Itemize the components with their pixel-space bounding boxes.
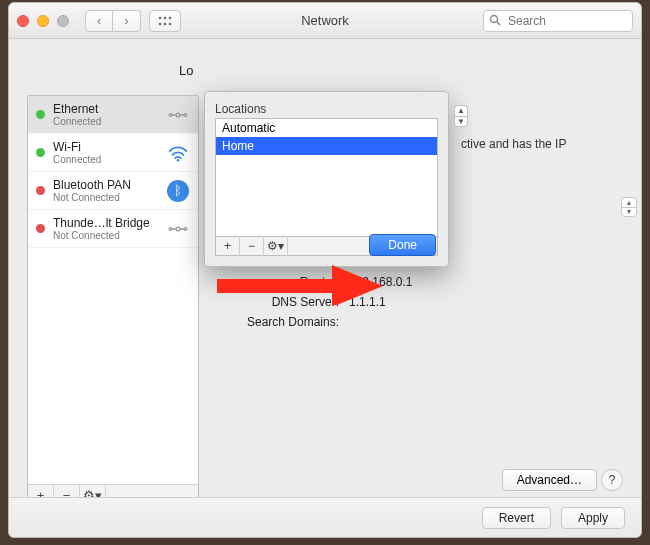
location-stepper-down-icon[interactable]: ▼ bbox=[454, 116, 468, 128]
bottom-bar: Revert Apply bbox=[9, 497, 641, 537]
svg-point-4 bbox=[164, 22, 167, 25]
svg-point-13 bbox=[169, 227, 172, 230]
help-button[interactable]: ? bbox=[601, 469, 623, 491]
svg-point-11 bbox=[177, 159, 180, 162]
svg-point-12 bbox=[176, 227, 180, 231]
sidebar-item-text: Thunde…lt BridgeNot Connected bbox=[53, 216, 150, 241]
bluetooth-icon: ᛒ bbox=[166, 179, 190, 203]
location-item-automatic[interactable]: Automatic bbox=[216, 119, 437, 137]
close-icon[interactable] bbox=[17, 15, 29, 27]
dns-label: DNS Server: bbox=[219, 295, 339, 309]
ethernet-icon bbox=[166, 103, 190, 127]
sidebar-item-name: Bluetooth PAN bbox=[53, 178, 131, 192]
configure-ipv4-stepper: ▲ ▼ bbox=[459, 197, 637, 217]
locations-menu-button[interactable]: ⚙︎▾ bbox=[264, 236, 288, 256]
sidebar-item-status: Connected bbox=[53, 116, 101, 127]
wifi-icon bbox=[166, 141, 190, 165]
sidebar-item-ethernet[interactable]: EthernetConnected bbox=[28, 96, 198, 134]
search-field-wrap bbox=[483, 10, 633, 32]
svg-point-14 bbox=[184, 227, 187, 230]
sidebar-item-name: Wi-Fi bbox=[53, 140, 101, 154]
svg-point-5 bbox=[169, 22, 172, 25]
sidebar-item-name: Thunde…lt Bridge bbox=[53, 216, 150, 230]
location-label: Lo bbox=[179, 63, 193, 78]
back-button[interactable]: ‹ bbox=[85, 10, 113, 32]
grid-icon bbox=[158, 16, 172, 26]
sidebar-item-text: EthernetConnected bbox=[53, 102, 101, 127]
svg-point-6 bbox=[491, 15, 498, 22]
locations-popover: Locations Automatic Home + − ⚙︎▾ Done bbox=[204, 91, 449, 267]
svg-point-8 bbox=[176, 113, 180, 117]
search-domains-label: Search Domains: bbox=[219, 315, 339, 329]
sidebar-item-name: Ethernet bbox=[53, 102, 101, 116]
router-value: 192.168.0.1 bbox=[349, 275, 412, 289]
sidebar-item-status: Not Connected bbox=[53, 192, 131, 203]
svg-point-9 bbox=[169, 113, 172, 116]
status-text-fragment: ctive and has the IP bbox=[461, 137, 566, 151]
status-dot-icon bbox=[36, 110, 45, 119]
sidebar-item-wi-fi[interactable]: Wi-FiConnected bbox=[28, 134, 198, 172]
svg-point-1 bbox=[164, 16, 167, 19]
content-area: Lo EthernetConnectedWi-FiConnectedBlueto… bbox=[9, 39, 641, 537]
forward-button[interactable]: › bbox=[113, 10, 141, 32]
traffic-lights bbox=[17, 15, 69, 27]
done-button[interactable]: Done bbox=[369, 234, 436, 256]
svg-point-3 bbox=[159, 22, 162, 25]
stepper-down-icon[interactable]: ▼ bbox=[621, 207, 637, 218]
ethernet-icon bbox=[166, 217, 190, 241]
minimize-icon[interactable] bbox=[37, 15, 49, 27]
stepper-up-icon[interactable]: ▲ bbox=[621, 197, 637, 207]
router-label: Router: bbox=[219, 275, 339, 289]
svg-point-0 bbox=[159, 16, 162, 19]
location-stepper: ▲ ▼ bbox=[454, 105, 468, 127]
location-item-home[interactable]: Home bbox=[216, 137, 437, 155]
svg-point-2 bbox=[169, 16, 172, 19]
titlebar: ‹ › Network bbox=[9, 3, 641, 39]
sidebar-item-text: Bluetooth PANNot Connected bbox=[53, 178, 131, 203]
maximize-icon bbox=[57, 15, 69, 27]
sidebar-item-text: Wi-FiConnected bbox=[53, 140, 101, 165]
advanced-button[interactable]: Advanced… bbox=[502, 469, 597, 491]
svg-line-7 bbox=[497, 22, 500, 25]
status-dot-icon bbox=[36, 224, 45, 233]
sidebar-item-thunde-lt-bridge[interactable]: Thunde…lt BridgeNot Connected bbox=[28, 210, 198, 248]
revert-button[interactable]: Revert bbox=[482, 507, 551, 529]
dns-value: 1.1.1.1 bbox=[349, 295, 386, 309]
search-input[interactable] bbox=[483, 10, 633, 32]
add-location-button[interactable]: + bbox=[216, 236, 240, 256]
apply-button[interactable]: Apply bbox=[561, 507, 625, 529]
interface-list: EthernetConnectedWi-FiConnectedBluetooth… bbox=[27, 95, 199, 507]
status-dot-icon bbox=[36, 148, 45, 157]
nav-segment: ‹ › bbox=[85, 10, 141, 32]
network-prefs-window: ‹ › Network Lo EthernetConnectedWi-FiCon… bbox=[8, 2, 642, 538]
svg-point-10 bbox=[184, 113, 187, 116]
locations-label: Locations bbox=[215, 102, 438, 116]
sidebar-item-bluetooth-pan[interactable]: Bluetooth PANNot Connectedᛒ bbox=[28, 172, 198, 210]
status-dot-icon bbox=[36, 186, 45, 195]
search-icon bbox=[489, 14, 501, 29]
location-stepper-up-icon[interactable]: ▲ bbox=[454, 105, 468, 116]
sidebar-item-status: Connected bbox=[53, 154, 101, 165]
locations-list[interactable]: Automatic Home bbox=[215, 118, 438, 236]
sidebar-item-status: Not Connected bbox=[53, 230, 150, 241]
remove-location-button[interactable]: − bbox=[240, 236, 264, 256]
network-info-grid: Router:192.168.0.1 DNS Server:1.1.1.1 Se… bbox=[219, 269, 412, 335]
show-all-button[interactable] bbox=[149, 10, 181, 32]
